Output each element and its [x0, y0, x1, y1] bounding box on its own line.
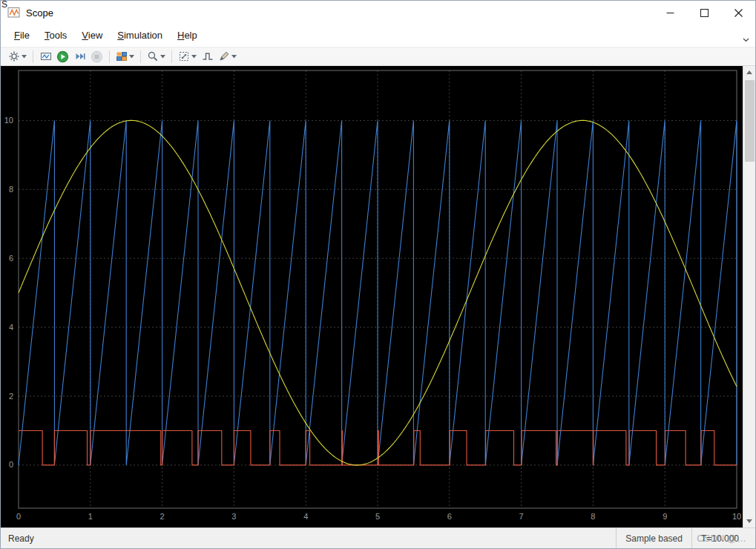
plot-vertical-scrollbar[interactable]: [743, 66, 755, 527]
step-forward-icon: [74, 50, 86, 62]
svg-text:5: 5: [375, 512, 380, 521]
dropdown-caret-icon: [160, 55, 165, 59]
svg-text:1: 1: [88, 512, 93, 521]
scrollbar-down-button[interactable]: [743, 515, 755, 527]
minimize-button[interactable]: [653, 1, 687, 24]
span-icon: [178, 50, 190, 62]
gear-icon: [8, 50, 20, 62]
scope-plot-area[interactable]: 0246810012345678910: [1, 66, 743, 527]
menu-simulation[interactable]: Simulation: [110, 25, 170, 46]
status-sample-mode: Sample based: [616, 528, 691, 548]
triangle-down-icon: [746, 519, 752, 523]
toolbar-separator: [140, 50, 141, 63]
svg-text:6: 6: [447, 512, 452, 521]
menubar: File Tools View Simulation Help: [1, 24, 755, 47]
menu-help[interactable]: Help: [170, 25, 205, 46]
dropdown-caret-icon: [22, 55, 27, 59]
zoom-button[interactable]: [145, 48, 168, 65]
configuration-button[interactable]: [6, 48, 29, 65]
svg-text:3: 3: [231, 512, 236, 521]
dropdown-caret-icon: [129, 55, 134, 59]
plot-region: 0246810012345678910: [1, 66, 755, 527]
svg-text:0: 0: [16, 512, 21, 521]
layout-button[interactable]: [114, 48, 137, 65]
scope-app-icon: [7, 7, 21, 19]
scope-app-icon-glyph: [7, 7, 21, 19]
menu-view[interactable]: View: [74, 25, 110, 46]
minimize-icon: [666, 9, 674, 17]
scope-window: S Scope File Tools View Simulation Hel: [0, 0, 756, 549]
toolbar-separator: [109, 50, 110, 63]
svg-text:2: 2: [160, 512, 165, 521]
titlebar: Scope: [1, 1, 755, 24]
close-button[interactable]: [721, 1, 755, 24]
toolbar-separator: [33, 50, 33, 63]
chevron-down-icon: [743, 38, 749, 42]
menubar-collapse-button[interactable]: [743, 32, 749, 45]
svg-text:9: 9: [663, 512, 667, 521]
run-button[interactable]: [54, 48, 71, 65]
status-ready-text: Ready: [8, 533, 34, 544]
window-controls: [653, 1, 755, 24]
scrollbar-thumb[interactable]: [745, 80, 755, 162]
measurements-icon: [218, 50, 230, 62]
svg-text:8: 8: [9, 185, 13, 194]
highlight-simulink-block-button[interactable]: [37, 48, 54, 65]
svg-text:10: 10: [732, 512, 741, 521]
run-icon: [56, 50, 69, 63]
layout-icon: [116, 50, 128, 62]
measurements-button[interactable]: [216, 48, 239, 65]
menu-file[interactable]: File: [7, 25, 37, 46]
svg-text:0: 0: [9, 460, 13, 469]
stray-text-fragment: S: [1, 0, 7, 10]
step-forward-button[interactable]: [71, 48, 88, 65]
trigger-button[interactable]: [199, 48, 216, 65]
status-sim-time: T=10.000: [691, 528, 748, 548]
svg-text:6: 6: [9, 254, 13, 263]
scope-plot-svg: 0246810012345678910: [1, 66, 743, 527]
svg-text:7: 7: [519, 512, 524, 521]
trigger-icon: [202, 50, 214, 62]
scope-block-icon: [40, 50, 52, 62]
close-icon: [734, 9, 743, 17]
triangle-up-icon: [746, 70, 752, 74]
svg-text:10: 10: [4, 116, 13, 125]
svg-text:4: 4: [9, 323, 13, 332]
toolbar: [1, 47, 755, 66]
svg-text:8: 8: [591, 512, 595, 521]
stop-button[interactable]: [88, 48, 105, 65]
window-title: Scope: [26, 7, 53, 19]
zoom-icon: [147, 50, 159, 62]
toolbar-separator: [171, 50, 172, 63]
statusbar-right: Sample based T=10.000: [616, 528, 748, 548]
dropdown-caret-icon: [231, 55, 237, 59]
svg-text:4: 4: [303, 512, 308, 521]
svg-text:2: 2: [9, 392, 13, 401]
stop-icon: [91, 50, 103, 63]
dropdown-caret-icon: [191, 55, 197, 59]
menu-tools[interactable]: Tools: [37, 25, 74, 46]
statusbar: Ready Sample based T=10.000: [1, 527, 755, 548]
maximize-button[interactable]: [687, 1, 721, 24]
span-button[interactable]: [176, 48, 199, 65]
maximize-icon: [700, 9, 709, 17]
scrollbar-up-button[interactable]: [743, 66, 755, 79]
